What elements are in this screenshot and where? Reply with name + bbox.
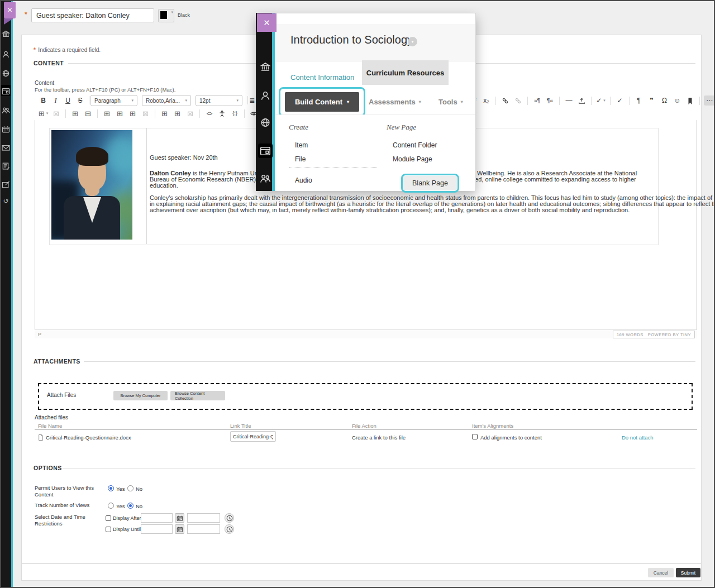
editor-toolbar-hint: For the toolbar, press ALT+F10 (PC) or A… [35,87,175,93]
section-attachments-title: ATTACHMENTS [34,358,80,365]
calendar-icon[interactable] [2,125,10,132]
calendar-picker-icon[interactable] [175,513,184,523]
menu-item-item[interactable]: Item [295,141,308,149]
bold-button[interactable]: B [38,95,49,106]
notes-icon[interactable] [2,162,10,169]
page-close-button[interactable]: ✕ [4,2,16,18]
accessibility-checker-icon[interactable] [217,108,227,119]
tools-button[interactable]: Tools▾ [438,98,463,106]
browse-my-computer-button[interactable]: Browse My Computer [113,391,168,400]
toolbar-separator [699,97,700,105]
institution-icon[interactable] [260,62,271,71]
popup-close-button[interactable]: ✕ [257,13,277,32]
do-not-attach-link[interactable]: Do not attach [622,434,654,441]
row-properties-button[interactable]: ⊞ [102,108,112,119]
content-layout-icon[interactable] [2,87,10,94]
ltr-paragraph-button[interactable]: »¶ [532,95,542,106]
calendar-picker-icon[interactable] [175,524,184,534]
submit-button[interactable]: Submit [676,568,700,577]
insert-column-button[interactable]: ⊞ [159,108,170,119]
special-character-button[interactable]: Ω [659,95,670,106]
subscript-button[interactable]: x₂ [481,95,492,106]
accept-check-button[interactable]: ✓ [614,95,625,106]
delete-column-button[interactable]: ⊠ [185,108,196,119]
delete-row-button[interactable]: ⊠ [140,108,151,119]
insert-row-above-button[interactable]: ⊞ [115,108,125,119]
course-title: Introduction to Sociology [290,34,413,46]
group-icon[interactable] [2,106,10,113]
browse-content-collection-button[interactable]: Browse Content Collection [170,391,225,400]
menu-item-audio[interactable]: Audio [295,176,312,184]
rtl-paragraph-button[interactable]: ¶« [545,95,555,106]
word-count: 169 WORDS POWERED BY TINY [613,331,695,338]
track-no-radio[interactable] [127,503,134,509]
element-path[interactable]: P [38,332,41,337]
date-restrictions-label: Select Date and Time [35,514,85,520]
source-code-button[interactable]: <> [204,108,214,119]
chevron-down-icon: ▾ [46,111,49,116]
strikethrough-button[interactable]: S [75,95,85,106]
tab-content-information[interactable]: Content Information [290,73,354,82]
title-input[interactable] [31,8,154,22]
permit-no-radio[interactable] [127,485,134,491]
globe-icon[interactable] [260,118,271,127]
title-chevron-circle[interactable]: ▾ [408,37,417,46]
menu-item-file[interactable]: File [295,155,306,163]
emoji-button[interactable]: ☺ [672,95,683,106]
insert-row-below-button[interactable]: ⊞ [127,108,138,119]
institution-icon[interactable] [2,30,10,37]
assessments-button[interactable]: Assessments▾ [369,98,421,106]
text-color-swatch[interactable]: ▾ [158,9,174,22]
unlink-icon[interactable] [513,95,523,106]
display-after-checkbox[interactable] [106,515,111,521]
table-button[interactable]: ⊞▾ [38,108,49,119]
display-until-date-input[interactable] [141,524,173,534]
undo-icon[interactable]: ↺ [2,198,10,205]
more-tools-button[interactable]: ⋯ [704,95,715,106]
link-icon[interactable] [500,95,511,106]
display-until-time-input[interactable] [187,524,220,534]
file-action-value: Create a link to this file [352,434,406,441]
template-vars-button[interactable]: {;} [230,108,240,119]
font-size-select[interactable]: 12pt▾ [196,95,242,106]
spellcheck-button[interactable]: ✓▾ [595,95,606,106]
table-properties-button[interactable]: ⊞ [70,108,80,119]
link-title-input[interactable] [230,431,276,442]
upload-icon[interactable] [576,95,587,106]
cancel-button[interactable]: Cancel [648,568,674,577]
permit-yes-radio[interactable] [108,485,114,491]
bookmark-icon[interactable] [685,95,695,106]
display-after-label: Display After [113,515,141,521]
mail-icon[interactable] [2,144,10,151]
track-yes-radio[interactable] [108,503,114,509]
font-family-select[interactable]: Roboto,Aria...▾ [142,95,191,106]
build-content-button[interactable]: Build Content ▾ [285,92,359,112]
content-layout-icon[interactable] [260,146,271,156]
italic-button[interactable]: I [50,95,61,106]
close-icon: ✕ [7,6,12,14]
paragraph-style-select[interactable]: Paragraph▾ [90,95,137,106]
menu-item-module-page[interactable]: Module Page [393,155,432,163]
clock-picker-icon[interactable] [225,513,234,523]
display-until-checkbox[interactable] [106,527,111,532]
pilcrow-button[interactable]: ¶ [633,95,644,106]
person-icon[interactable] [2,50,10,58]
display-after-time-input[interactable] [187,513,220,523]
permit-users-label2: Content [35,491,53,498]
underline-button[interactable]: U [63,95,73,106]
menu-item-content-folder[interactable]: Content Folder [393,141,437,149]
column-properties-button[interactable]: ⊞ [172,108,183,119]
globe-icon[interactable] [2,69,10,77]
cell-properties-button[interactable]: ⊟ [83,108,93,119]
tab-curriculum-resources[interactable]: Curriculum Resources [362,60,449,85]
delete-table-button[interactable]: ⊠ [51,108,61,119]
clock-picker-icon[interactable] [225,524,234,534]
attach-files-label: Attach Files [47,392,76,398]
person-icon[interactable] [260,91,271,101]
alignments-checkbox[interactable] [472,434,478,439]
display-after-date-input[interactable] [141,513,173,523]
group-icon[interactable] [260,174,271,183]
blockquote-button[interactable]: ❞ [646,95,657,106]
horizontal-rule-button[interactable]: — [564,95,574,106]
compose-icon[interactable] [2,180,10,188]
